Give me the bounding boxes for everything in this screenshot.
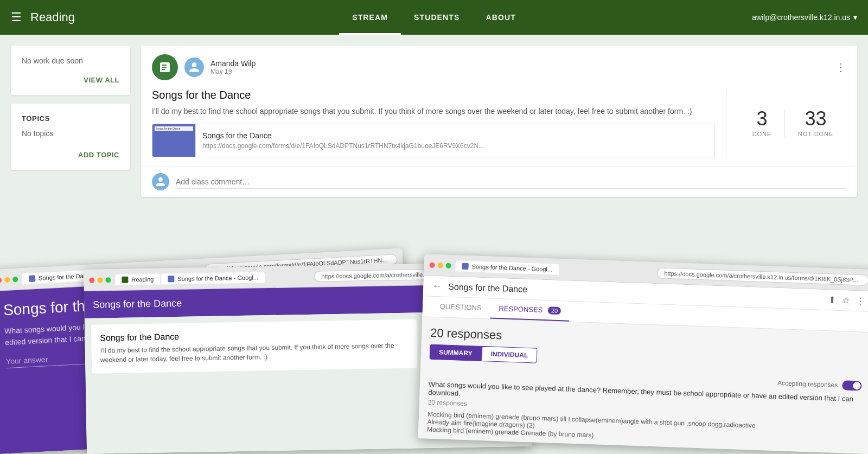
- view-all-button[interactable]: VIEW ALL: [22, 76, 119, 84]
- link-title: Songs for the Dance: [202, 131, 708, 140]
- post-body-inner: Songs for the Dance I'll do my best to f…: [152, 89, 846, 157]
- user-account[interactable]: awilp@crothersville.k12.in.us ▾: [752, 13, 857, 22]
- no-work-label: No work due soon: [22, 56, 119, 65]
- post-text-area: Songs for the Dance I'll do my best to f…: [152, 89, 715, 157]
- post-more-button[interactable]: ⋮: [835, 61, 846, 74]
- nav-students[interactable]: STUDENTS: [401, 0, 473, 35]
- link-url: https://docs.google.com/forms/d/e/1FAIpQ…: [202, 142, 708, 150]
- author-avatar: [184, 57, 204, 77]
- link-thumbnail: Songs for the Dance: [152, 124, 196, 157]
- app-title: Reading: [30, 10, 75, 24]
- done-count: 3: [752, 109, 771, 129]
- post-title: Songs for the Dance: [152, 89, 715, 101]
- post-link-card[interactable]: Songs for the Dance Songs for the Dance …: [152, 124, 715, 157]
- main-layout: No work due soon VIEW ALL TOPICS No topi…: [0, 35, 868, 454]
- add-topic-button[interactable]: ADD TOPIC: [22, 151, 119, 159]
- topics-heading: TOPICS: [22, 114, 119, 123]
- thumbnail-inner: Songs for the Dance: [152, 124, 195, 157]
- main-nav: STREAM STUDENTS ABOUT: [339, 0, 529, 35]
- post-description: I'll do my best to find the school appro…: [152, 106, 715, 117]
- no-topics-label: No topics: [22, 129, 119, 138]
- post-stats: 3 DONE 33 NOT DONE: [726, 89, 846, 157]
- comment-input[interactable]: [176, 175, 846, 189]
- upcoming-work-card: No work due soon VIEW ALL: [11, 46, 130, 95]
- nav-stream[interactable]: STREAM: [339, 0, 401, 35]
- not-done-stat: 33 NOT DONE: [784, 109, 846, 137]
- post-author-info: Amanda Wilp May 19: [210, 59, 829, 75]
- not-done-label: NOT DONE: [798, 131, 833, 137]
- done-label: DONE: [752, 131, 771, 137]
- app-header: ☰ Reading STREAM STUDENTS ABOUT awilp@cr…: [0, 0, 868, 35]
- commenter-avatar: [152, 173, 169, 190]
- post-author-name: Amanda Wilp: [210, 59, 829, 68]
- comment-area: [141, 166, 857, 197]
- post-body: Songs for the Dance I'll do my best to f…: [141, 89, 857, 166]
- topics-card: TOPICS No topics ADD TOPIC: [11, 104, 130, 170]
- post-header: Amanda Wilp May 19 ⋮: [141, 46, 857, 89]
- thumbnail-text: Songs for the Dance: [155, 126, 193, 131]
- stream-content: Amanda Wilp May 19 ⋮ Songs for the Dance…: [141, 46, 857, 443]
- not-done-count: 33: [798, 109, 833, 129]
- user-email: awilp@crothersville.k12.in.us: [752, 13, 850, 22]
- nav-about[interactable]: ABOUT: [473, 0, 528, 35]
- assignment-icon: [152, 54, 178, 80]
- link-info: Songs for the Dance https://docs.google.…: [196, 127, 714, 154]
- chevron-down-icon: ▾: [853, 13, 857, 22]
- done-stat: 3 DONE: [739, 109, 784, 137]
- hamburger-icon[interactable]: ☰: [11, 10, 22, 24]
- post-date: May 19: [210, 68, 829, 75]
- sidebar: No work due soon VIEW ALL TOPICS No topi…: [11, 46, 130, 443]
- post-card: Amanda Wilp May 19 ⋮ Songs for the Dance…: [141, 46, 857, 197]
